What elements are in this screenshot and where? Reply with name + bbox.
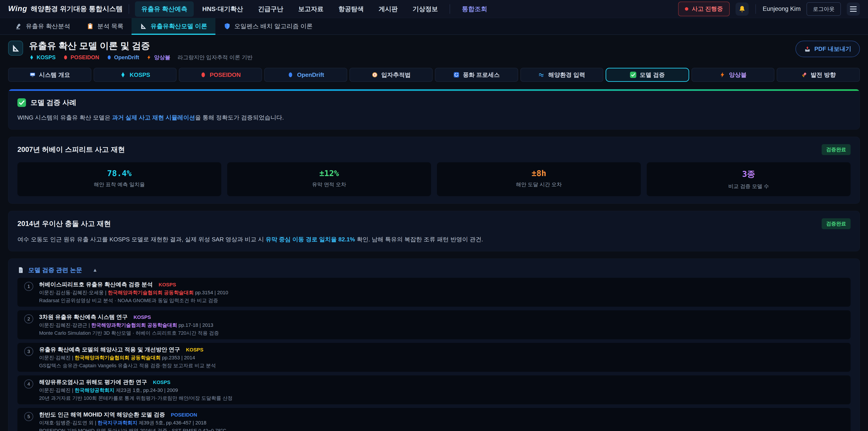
text-highlight-link[interactable]: 과거 실제 사고 재현 시뮬레이션 — [112, 114, 195, 121]
paper-citation: 이문진·김혜진·강관근 | 한국해양과학기술협의회 공동학술대회 pp.17-1… — [39, 322, 219, 328]
model-badge-label: KOSPS — [37, 54, 56, 61]
clipboard-icon — [87, 23, 94, 30]
page-header: 유출유 확산 모델 이론 및 검증 KOSPSPOSEIDONOpenDrift… — [8, 41, 860, 61]
cycle-icon — [453, 72, 460, 78]
nav-divider — [450, 4, 450, 14]
section-tab[interactable]: 입자추적법 — [349, 68, 433, 82]
nav-item[interactable]: 게시판 — [372, 1, 404, 17]
model-badge-label: 앙상블 — [154, 54, 170, 61]
nav-item[interactable]: 보고자료 — [292, 1, 330, 17]
validation-intro-panel: 모델 검증 사례 WING 시스템의 유출유 확산 모델은 과거 실제 사고 재… — [8, 89, 860, 129]
paper-citation: 이문진·김선동·김혜진·오세웅 | 한국해양과학기술협의회 공동학술대회 pp.… — [39, 290, 228, 296]
validation-intro-head: 모델 검증 사례 — [18, 98, 850, 107]
nav-item[interactable]: HNS·대기확산 — [196, 1, 249, 17]
paper-year: | 2013 — [198, 322, 213, 328]
paper-title-line: 한반도 인근 해역 MOHID 지역 해양순환 모델 검증POSEIDON — [39, 411, 226, 418]
paper-summary: POSEIDON 기반 MOHID 모델 동아시아 해역 2016년 검증 · … — [39, 428, 226, 431]
hebei-head: 2007년 허베이 스피리트 사고 재현 검증완료 — [18, 144, 850, 155]
sub-tab[interactable]: 분석 목록 — [79, 18, 132, 34]
section-tab[interactable]: 해양환경 입력 — [520, 68, 603, 82]
nav-item[interactable]: 통합조회 — [456, 1, 493, 17]
section-tabs: 시스템 개요KOSPSPOSEIDONOpenDrift입자추적법풍화 프로세스… — [8, 68, 860, 82]
export-icon — [804, 45, 811, 53]
metric-value: ±8h — [439, 168, 639, 178]
sub-tab[interactable]: 오일펜스 배치 알고리즘 이론 — [215, 18, 321, 34]
notifications-button[interactable] — [736, 2, 749, 16]
paper-title: 한반도 인근 해역 MOHID 지역 해양순환 모델 검증 — [39, 411, 165, 418]
pdf-export-label: PDF 내보내기 — [814, 45, 851, 53]
text-plain: WING 시스템의 유출유 확산 모델은 — [18, 114, 112, 121]
nav-item[interactable]: 유출유 확산예측 — [135, 1, 194, 17]
dotblue-icon — [287, 72, 293, 78]
nav-item[interactable]: 항공탐색 — [332, 1, 370, 17]
collapse-arrow-icon[interactable]: ▲ — [93, 267, 98, 273]
section-tab[interactable]: 시스템 개요 — [8, 68, 91, 82]
sub-tab[interactable]: 유출유 확산분석 — [7, 18, 79, 34]
paper-summary: Monte Carlo Simulation 기반 3D 확산모델 · 허베이 … — [39, 330, 219, 336]
main-nav: 유출유 확산예측HNS·대기확산긴급구난보고자료항공탐색게시판기상정보통합조회 — [135, 1, 493, 17]
papers-list: 1허베이스피리트호 유출유 확산예측 검증 분석KOSPS이문진·김선동·김혜진… — [18, 278, 850, 431]
incident-status-badge[interactable]: 사고 진행중 — [678, 2, 730, 16]
paper-citation: 이문진·김혜진 | 한국해양과학기술협의회 공동학술대회 pp.2353 | 2… — [39, 355, 216, 361]
document-icon — [18, 267, 24, 274]
logout-button[interactable]: 로그아웃 — [807, 2, 841, 16]
page-title-icon-box — [8, 41, 23, 56]
section-tab[interactable]: 풍화 프로세스 — [435, 68, 518, 82]
paper-model-tag: KOSPS — [159, 282, 176, 287]
papers-collapse-header[interactable]: 모델 검증 관련 논문 ▲ — [18, 266, 850, 274]
section-tab[interactable]: 발전 방향 — [777, 68, 860, 82]
model-badge-label: POSEIDON — [70, 54, 99, 61]
paper-card[interactable]: 3유출유 확산예측 모델의 해양사고 적용 및 개선방안 연구KOSPS이문진·… — [18, 343, 850, 372]
section-tab-label: 앙상블 — [729, 71, 747, 79]
check-icon — [630, 72, 636, 78]
validation-intro-title: 모델 검증 사례 — [31, 98, 76, 107]
section-tab[interactable]: OpenDrift — [264, 68, 347, 82]
pdf-export-button[interactable]: PDF 내보내기 — [796, 41, 860, 57]
paper-title: 유출유 확산예측 모델의 해양사고 적용 및 개선방안 연구 — [39, 346, 180, 352]
paper-journal: 한국해양과학기술협의회 공동학술대회 — [108, 290, 194, 296]
section-tab[interactable]: 모델 검증 — [606, 68, 689, 82]
app-logo: Wing 해양환경 위기대응 통합시스템 — [8, 4, 123, 13]
paper-authors: 이문진·김혜진 — [39, 388, 70, 393]
paper-year: | 2018 — [191, 420, 206, 426]
text-highlight: 유막 중심 이동 경로 일치율 82.1% — [266, 236, 355, 243]
section-tab[interactable]: POSEIDON — [179, 68, 262, 82]
section-tab[interactable]: KOSPS — [94, 68, 177, 82]
metric-card: ±12%유막 면적 오차 — [227, 162, 431, 196]
papers-header-label: 모델 검증 관련 논문 — [28, 266, 82, 274]
sub-tab[interactable]: 유출유확산모델 이론 — [131, 18, 215, 34]
section-tab-label: 시스템 개요 — [39, 71, 70, 79]
paper-number: 1 — [24, 282, 33, 291]
model-badge-label: OpenDrift — [114, 54, 139, 61]
paper-card[interactable]: 4해양유류오염사고 위해도 평가에 관한 연구KOSPS이문진·김혜진 | 한국… — [18, 375, 850, 404]
sub-tab-bar: 유출유 확산분석분석 목록유출유확산모델 이론오일펜스 배치 알고리즘 이론 — [0, 18, 868, 35]
set-square-icon — [11, 43, 20, 53]
paper-model-tag: POSEIDON — [171, 412, 197, 418]
papers-panel: 모델 검증 관련 논문 ▲ 1허베이스피리트호 유출유 확산예측 검증 분석KO… — [8, 258, 860, 431]
paper-number: 3 — [24, 347, 33, 356]
paper-card[interactable]: 23차원 유출유 확산예측 시스템 연구KOSPS이문진·김혜진·강관근 | 한… — [18, 310, 850, 339]
nav-item[interactable]: 기상정보 — [406, 1, 444, 17]
paper-body: 유출유 확산예측 모델의 해양사고 적용 및 개선방안 연구KOSPS이문진·김… — [39, 346, 216, 369]
section-tab[interactable]: 앙상블 — [691, 68, 775, 82]
bolt-icon — [146, 55, 152, 60]
logo-mark: Wing — [8, 4, 27, 13]
nav-item[interactable]: 긴급구난 — [252, 1, 289, 17]
rocket-icon — [801, 72, 807, 78]
monitor-icon — [29, 72, 36, 78]
app-title: 해양환경 위기대응 통합시스템 — [31, 4, 123, 13]
paper-citation: 이문진·김혜진 | 한국해양공학회지 제23권 1호, pp.24-30 | 2… — [39, 388, 232, 393]
paper-title: 3차원 유출유 확산예측 시스템 연구 — [39, 314, 128, 320]
menu-button[interactable] — [847, 2, 860, 16]
alert-dot-icon — [685, 7, 688, 11]
incident-status-label: 사고 진행중 — [692, 5, 723, 13]
model-badge: KOSPS — [29, 54, 56, 61]
paper-number: 5 — [24, 412, 33, 421]
sub-tab-label: 오일펜스 배치 알고리즘 이론 — [235, 22, 313, 30]
paper-card[interactable]: 1허베이스피리트호 유출유 확산예측 검증 분석KOSPS이문진·김선동·김혜진… — [18, 278, 850, 307]
metric-card: 3종비교 검증 모델 수 — [647, 162, 850, 196]
page-title: 유출유 확산 모델 이론 및 검증 — [29, 41, 252, 51]
paper-title-line: 허베이스피리트호 유출유 확산예측 검증 분석KOSPS — [39, 281, 228, 288]
paper-card[interactable]: 5한반도 인근 해역 MOHID 지역 해양순환 모델 검증POSEIDON이재… — [18, 408, 850, 431]
metric-label: 해안 표착 예측 일치율 — [20, 181, 219, 188]
